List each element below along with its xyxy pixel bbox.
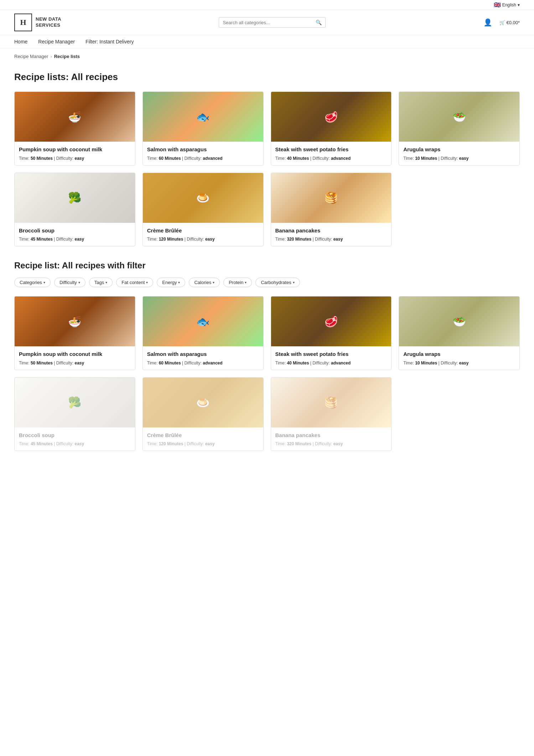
recipe-meta-arugula: Time: 10 Minutes | Difficulty: easy <box>403 156 515 161</box>
recipe-meta-steak: Time: 40 Minutes | Difficulty: advanced <box>275 156 387 161</box>
filter-categories-arrow: ▾ <box>43 280 45 284</box>
filtered-recipe-meta-pumpkin: Time: 50 Minutes | Difficulty: easy <box>19 361 131 366</box>
filter-energy-label: Energy <box>162 280 177 285</box>
cart-icon[interactable]: 🛒 €0.00* <box>499 20 520 25</box>
filtered-recipe-card-steak[interactable]: 🥩 Steak with sweet potato fries Time: 40… <box>271 296 392 370</box>
recipe-card-body: Pumpkin soup with coconut milk Time: 50 … <box>15 142 135 165</box>
recipe-meta-salmon: Time: 60 Minutes | Difficulty: advanced <box>147 156 259 161</box>
recipe-card-body: Arugula wraps Time: 10 Minutes | Difficu… <box>399 346 519 370</box>
filter-categories[interactable]: Categories ▾ <box>14 278 51 287</box>
recipe-title-pancakes: Banana pancakes <box>275 227 387 234</box>
logo[interactable]: H NEW DATA SERVICES <box>14 14 61 31</box>
recipe-card-body: Steak with sweet potato fries Time: 40 M… <box>271 142 392 165</box>
header-right: 👤 🛒 €0.00* <box>483 18 520 27</box>
logo-icon: H <box>14 14 32 31</box>
recipe-grid-1: 🍜 Pumpkin soup with coconut milk Time: 5… <box>14 91 520 246</box>
recipe-card-steak[interactable]: 🥩 Steak with sweet potato fries Time: 40… <box>271 91 392 166</box>
filter-calories-label: Calories <box>194 280 211 285</box>
recipe-card-arugula[interactable]: 🥗 Arugula wraps Time: 10 Minutes | Diffi… <box>399 91 520 166</box>
recipe-grid-2: 🍜 Pumpkin soup with coconut milk Time: 5… <box>14 296 520 451</box>
filter-energy-arrow: ▾ <box>178 280 180 284</box>
recipe-image-steak: 🥩 <box>271 92 392 142</box>
breadcrumb: Recipe Manager › Recipe lists <box>0 48 534 64</box>
filtered-recipe-title-pancakes: Banana pancakes <box>275 432 387 439</box>
logo-text: NEW DATA SERVICES <box>36 16 61 28</box>
recipe-image-pancakes: 🥞 <box>271 173 392 223</box>
search-bar: 🔍 <box>219 17 326 28</box>
filtered-recipe-image-arugula: 🥗 <box>399 296 519 346</box>
filter-difficulty[interactable]: Difficulty ▾ <box>54 278 85 287</box>
filtered-recipe-card-salmon[interactable]: 🐟 Salmon with asparagus Time: 60 Minutes… <box>142 296 264 370</box>
filter-carbohydrates[interactable]: Carbohydrates ▾ <box>255 278 300 287</box>
nav-recipe-manager[interactable]: Recipe Manager <box>38 39 75 44</box>
recipe-image-salmon: 🐟 <box>143 92 263 142</box>
recipe-title-steak: Steak with sweet potato fries <box>275 146 387 153</box>
filtered-recipe-image-steak: 🥩 <box>271 296 392 346</box>
filtered-recipe-image-creme: 🍮 <box>143 378 263 427</box>
filtered-recipe-meta-steak: Time: 40 Minutes | Difficulty: advanced <box>275 361 387 366</box>
recipe-card-pumpkin[interactable]: 🍜 Pumpkin soup with coconut milk Time: 5… <box>14 91 135 166</box>
recipe-title-salmon: Salmon with asparagus <box>147 146 259 153</box>
cart-amount: €0.00* <box>506 20 520 25</box>
filter-difficulty-arrow: ▾ <box>78 280 80 284</box>
filtered-recipe-meta-arugula: Time: 10 Minutes | Difficulty: easy <box>403 361 515 366</box>
recipe-meta-pumpkin: Time: 50 Minutes | Difficulty: easy <box>19 156 131 161</box>
filtered-recipe-meta-broccoli: Time: 45 Minutes | Difficulty: easy <box>19 441 131 446</box>
recipe-card-body: Crème Brûlée Time: 120 Minutes | Difficu… <box>143 427 263 451</box>
search-input[interactable] <box>223 20 316 25</box>
filter-fat-content-arrow: ▾ <box>146 280 148 284</box>
recipe-card-pancakes[interactable]: 🥞 Banana pancakes Time: 320 Minutes | Di… <box>271 173 392 247</box>
filter-calories[interactable]: Calories ▾ <box>189 278 220 287</box>
filtered-recipe-image-broccoli: 🥦 <box>15 378 135 427</box>
filter-energy[interactable]: Energy ▾ <box>157 278 185 287</box>
filtered-recipe-meta-creme: Time: 120 Minutes | Difficulty: easy <box>147 441 259 446</box>
nav-home[interactable]: Home <box>14 39 27 44</box>
filtered-recipe-card-arugula[interactable]: 🥗 Arugula wraps Time: 10 Minutes | Diffi… <box>399 296 520 370</box>
section1-title: Recipe lists: All recipes <box>14 72 520 83</box>
main-nav: Home Recipe Manager Filter: Instant Deli… <box>0 35 534 48</box>
recipe-image-arugula: 🥗 <box>399 92 519 142</box>
recipe-card-body: Arugula wraps Time: 10 Minutes | Difficu… <box>399 142 519 165</box>
recipe-card-creme[interactable]: 🍮 Crème Brûlée Time: 120 Minutes | Diffi… <box>142 173 264 247</box>
filter-tags[interactable]: Tags ▾ <box>89 278 113 287</box>
recipe-card-body: Salmon with asparagus Time: 60 Minutes |… <box>143 346 263 370</box>
search-icon: 🔍 <box>316 20 322 25</box>
recipe-card-body: Banana pancakes Time: 320 Minutes | Diff… <box>271 427 392 451</box>
filter-protein-label: Protein <box>229 280 243 285</box>
nav-filter-instant-delivery[interactable]: Filter: Instant Delivery <box>85 39 134 44</box>
recipe-card-body: Banana pancakes Time: 320 Minutes | Diff… <box>271 223 392 246</box>
user-icon[interactable]: 👤 <box>483 18 492 27</box>
filtered-recipe-card-pumpkin[interactable]: 🍜 Pumpkin soup with coconut milk Time: 5… <box>14 296 135 370</box>
recipe-card-body: Pumpkin soup with coconut milk Time: 50 … <box>15 346 135 370</box>
recipe-card-body: Broccoli soup Time: 45 Minutes | Difficu… <box>15 223 135 246</box>
breadcrumb-parent[interactable]: Recipe Manager <box>14 54 48 59</box>
filter-carbohydrates-arrow: ▾ <box>293 280 295 284</box>
filtered-recipe-meta-pancakes: Time: 320 Minutes | Difficulty: easy <box>275 441 387 446</box>
recipe-card-body: Crème Brûlée Time: 120 Minutes | Difficu… <box>143 223 263 246</box>
recipe-card-salmon[interactable]: 🐟 Salmon with asparagus Time: 60 Minutes… <box>142 91 264 166</box>
filter-fat-content[interactable]: Fat content ▾ <box>116 278 153 287</box>
language-selector[interactable]: 🇬🇧 English ▾ <box>494 1 520 8</box>
filter-calories-arrow: ▾ <box>213 280 214 284</box>
filter-categories-label: Categories <box>20 280 42 285</box>
filter-tags-label: Tags <box>94 280 104 285</box>
recipe-title-broccoli: Broccoli soup <box>19 227 131 234</box>
header: H NEW DATA SERVICES 🔍 👤 🛒 €0.00* <box>0 10 534 35</box>
recipe-image-creme: 🍮 <box>143 173 263 223</box>
filtered-recipe-card-broccoli[interactable]: 🥦 Broccoli soup Time: 45 Minutes | Diffi… <box>14 377 135 451</box>
filter-fat-content-label: Fat content <box>121 280 145 285</box>
filtered-recipe-title-creme: Crème Brûlée <box>147 432 259 439</box>
top-bar: 🇬🇧 English ▾ <box>0 0 534 10</box>
filter-protein[interactable]: Protein ▾ <box>223 278 252 287</box>
breadcrumb-current: Recipe lists <box>54 54 80 59</box>
recipe-card-broccoli[interactable]: 🥦 Broccoli soup Time: 45 Minutes | Diffi… <box>14 173 135 247</box>
breadcrumb-separator: › <box>50 54 52 59</box>
filter-tags-arrow: ▾ <box>105 280 107 284</box>
filtered-recipe-title-steak: Steak with sweet potato fries <box>275 351 387 358</box>
filtered-recipe-card-pancakes[interactable]: 🥞 Banana pancakes Time: 320 Minutes | Di… <box>271 377 392 451</box>
recipe-title-arugula: Arugula wraps <box>403 146 515 153</box>
filter-protein-arrow: ▾ <box>245 280 247 284</box>
recipe-card-body: Steak with sweet potato fries Time: 40 M… <box>271 346 392 370</box>
filtered-recipe-card-creme[interactable]: 🍮 Crème Brûlée Time: 120 Minutes | Diffi… <box>142 377 264 451</box>
filter-difficulty-label: Difficulty <box>59 280 77 285</box>
